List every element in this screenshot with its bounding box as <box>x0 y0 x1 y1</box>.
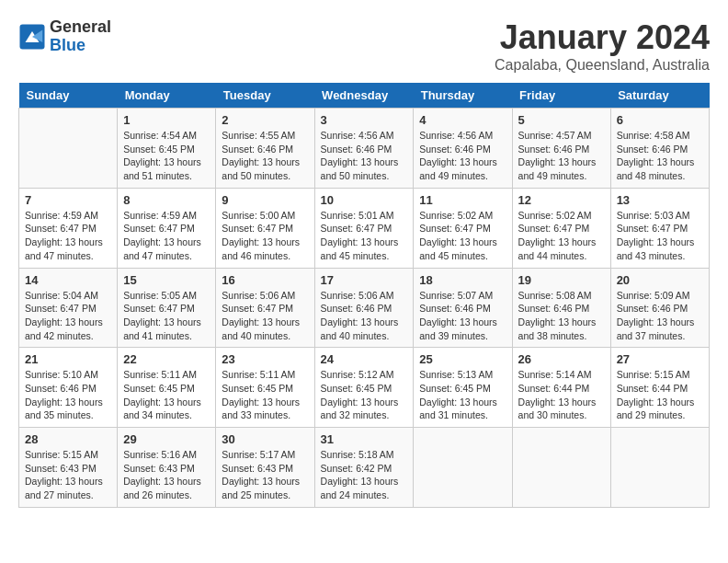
day-number: 8 <box>123 193 210 207</box>
day-number: 13 <box>617 193 703 207</box>
day-info: Sunrise: 5:01 AM Sunset: 6:47 PM Dayligh… <box>321 209 408 263</box>
day-info: Sunrise: 4:58 AM Sunset: 6:46 PM Dayligh… <box>617 129 703 183</box>
day-number: 30 <box>222 432 308 446</box>
day-number: 11 <box>419 193 506 207</box>
day-number: 9 <box>222 193 308 207</box>
day-info: Sunrise: 4:59 AM Sunset: 6:47 PM Dayligh… <box>25 209 111 263</box>
calendar-cell: 13Sunrise: 5:03 AM Sunset: 6:47 PM Dayli… <box>610 188 709 268</box>
calendar-cell: 20Sunrise: 5:09 AM Sunset: 6:46 PM Dayli… <box>610 268 709 348</box>
calendar-day-header: Saturday <box>610 83 709 109</box>
calendar-cell <box>512 428 610 508</box>
calendar-cell: 8Sunrise: 4:59 AM Sunset: 6:47 PM Daylig… <box>118 188 216 268</box>
day-number: 27 <box>617 352 703 366</box>
month-title: January 2024 <box>495 18 710 57</box>
day-number: 25 <box>419 352 506 366</box>
day-number: 6 <box>617 113 703 127</box>
location: Capalaba, Queensland, Australia <box>495 57 710 74</box>
day-info: Sunrise: 5:04 AM Sunset: 6:47 PM Dayligh… <box>25 289 111 343</box>
calendar-week-row: 1Sunrise: 4:54 AM Sunset: 6:45 PM Daylig… <box>19 109 710 189</box>
day-number: 3 <box>321 113 408 127</box>
logo: General Blue <box>18 18 111 55</box>
calendar-day-header: Friday <box>512 83 610 109</box>
day-number: 23 <box>222 352 308 366</box>
calendar-cell: 29Sunrise: 5:16 AM Sunset: 6:43 PM Dayli… <box>118 428 216 508</box>
logo-blue-text: Blue <box>50 37 111 55</box>
calendar-cell: 4Sunrise: 4:56 AM Sunset: 6:46 PM Daylig… <box>414 109 512 189</box>
day-number: 26 <box>518 352 605 366</box>
calendar-cell: 23Sunrise: 5:11 AM Sunset: 6:45 PM Dayli… <box>216 348 314 428</box>
day-number: 10 <box>321 193 408 207</box>
calendar-cell: 2Sunrise: 4:55 AM Sunset: 6:46 PM Daylig… <box>216 109 314 189</box>
calendar-cell: 12Sunrise: 5:02 AM Sunset: 6:47 PM Dayli… <box>512 188 610 268</box>
calendar-day-header: Wednesday <box>314 83 414 109</box>
calendar-cell: 14Sunrise: 5:04 AM Sunset: 6:47 PM Dayli… <box>19 268 118 348</box>
calendar-cell: 3Sunrise: 4:56 AM Sunset: 6:46 PM Daylig… <box>314 109 414 189</box>
day-info: Sunrise: 5:00 AM Sunset: 6:47 PM Dayligh… <box>222 209 308 263</box>
day-info: Sunrise: 5:15 AM Sunset: 6:43 PM Dayligh… <box>25 448 111 502</box>
calendar-week-row: 14Sunrise: 5:04 AM Sunset: 6:47 PM Dayli… <box>19 268 710 348</box>
day-info: Sunrise: 4:55 AM Sunset: 6:46 PM Dayligh… <box>222 129 308 183</box>
calendar-cell: 6Sunrise: 4:58 AM Sunset: 6:46 PM Daylig… <box>610 109 709 189</box>
day-number: 14 <box>25 273 111 287</box>
day-number: 16 <box>222 273 308 287</box>
calendar-week-row: 21Sunrise: 5:10 AM Sunset: 6:46 PM Dayli… <box>19 348 710 428</box>
calendar-cell: 16Sunrise: 5:06 AM Sunset: 6:47 PM Dayli… <box>216 268 314 348</box>
day-info: Sunrise: 5:07 AM Sunset: 6:46 PM Dayligh… <box>419 289 506 343</box>
calendar-cell: 25Sunrise: 5:13 AM Sunset: 6:45 PM Dayli… <box>414 348 512 428</box>
day-info: Sunrise: 5:13 AM Sunset: 6:45 PM Dayligh… <box>419 368 506 422</box>
calendar-cell: 30Sunrise: 5:17 AM Sunset: 6:43 PM Dayli… <box>216 428 314 508</box>
day-number: 1 <box>123 113 210 127</box>
calendar-cell <box>414 428 512 508</box>
day-number: 17 <box>321 273 408 287</box>
day-number: 18 <box>419 273 506 287</box>
logo-text: General Blue <box>50 18 111 55</box>
calendar-week-row: 28Sunrise: 5:15 AM Sunset: 6:43 PM Dayli… <box>19 428 710 508</box>
day-info: Sunrise: 5:17 AM Sunset: 6:43 PM Dayligh… <box>222 448 308 502</box>
calendar-cell: 11Sunrise: 5:02 AM Sunset: 6:47 PM Dayli… <box>414 188 512 268</box>
calendar-day-header: Sunday <box>19 83 118 109</box>
calendar-cell: 22Sunrise: 5:11 AM Sunset: 6:45 PM Dayli… <box>118 348 216 428</box>
day-number: 31 <box>321 432 408 446</box>
day-info: Sunrise: 5:09 AM Sunset: 6:46 PM Dayligh… <box>617 289 703 343</box>
day-number: 4 <box>419 113 506 127</box>
day-number: 28 <box>25 432 111 446</box>
day-info: Sunrise: 5:02 AM Sunset: 6:47 PM Dayligh… <box>518 209 605 263</box>
calendar-week-row: 7Sunrise: 4:59 AM Sunset: 6:47 PM Daylig… <box>19 188 710 268</box>
calendar-cell <box>19 109 118 189</box>
calendar-day-header: Tuesday <box>216 83 314 109</box>
calendar-day-header: Thursday <box>414 83 512 109</box>
logo-icon <box>18 23 46 51</box>
calendar-cell: 17Sunrise: 5:06 AM Sunset: 6:46 PM Dayli… <box>314 268 414 348</box>
day-number: 7 <box>25 193 111 207</box>
day-info: Sunrise: 4:54 AM Sunset: 6:45 PM Dayligh… <box>123 129 210 183</box>
day-info: Sunrise: 4:59 AM Sunset: 6:47 PM Dayligh… <box>123 209 210 263</box>
calendar-cell: 31Sunrise: 5:18 AM Sunset: 6:42 PM Dayli… <box>314 428 414 508</box>
day-info: Sunrise: 5:10 AM Sunset: 6:46 PM Dayligh… <box>25 368 111 422</box>
day-info: Sunrise: 5:12 AM Sunset: 6:45 PM Dayligh… <box>321 368 408 422</box>
day-number: 19 <box>518 273 605 287</box>
calendar-cell <box>610 428 709 508</box>
calendar-cell: 10Sunrise: 5:01 AM Sunset: 6:47 PM Dayli… <box>314 188 414 268</box>
calendar-cell: 24Sunrise: 5:12 AM Sunset: 6:45 PM Dayli… <box>314 348 414 428</box>
day-info: Sunrise: 5:14 AM Sunset: 6:44 PM Dayligh… <box>518 368 605 422</box>
day-info: Sunrise: 5:11 AM Sunset: 6:45 PM Dayligh… <box>123 368 210 422</box>
day-info: Sunrise: 5:05 AM Sunset: 6:47 PM Dayligh… <box>123 289 210 343</box>
day-number: 24 <box>321 352 408 366</box>
calendar-cell: 21Sunrise: 5:10 AM Sunset: 6:46 PM Dayli… <box>19 348 118 428</box>
day-info: Sunrise: 5:15 AM Sunset: 6:44 PM Dayligh… <box>617 368 703 422</box>
calendar-day-header: Monday <box>118 83 216 109</box>
day-number: 20 <box>617 273 703 287</box>
day-info: Sunrise: 5:06 AM Sunset: 6:46 PM Dayligh… <box>321 289 408 343</box>
day-number: 12 <box>518 193 605 207</box>
title-section: January 2024 Capalaba, Queensland, Austr… <box>495 18 710 74</box>
calendar-cell: 9Sunrise: 5:00 AM Sunset: 6:47 PM Daylig… <box>216 188 314 268</box>
calendar-cell: 15Sunrise: 5:05 AM Sunset: 6:47 PM Dayli… <box>118 268 216 348</box>
calendar-cell: 19Sunrise: 5:08 AM Sunset: 6:46 PM Dayli… <box>512 268 610 348</box>
calendar-cell: 7Sunrise: 4:59 AM Sunset: 6:47 PM Daylig… <box>19 188 118 268</box>
day-number: 15 <box>123 273 210 287</box>
day-number: 21 <box>25 352 111 366</box>
calendar-cell: 18Sunrise: 5:07 AM Sunset: 6:46 PM Dayli… <box>414 268 512 348</box>
calendar-cell: 5Sunrise: 4:57 AM Sunset: 6:46 PM Daylig… <box>512 109 610 189</box>
day-number: 22 <box>123 352 210 366</box>
day-info: Sunrise: 5:18 AM Sunset: 6:42 PM Dayligh… <box>321 448 408 502</box>
